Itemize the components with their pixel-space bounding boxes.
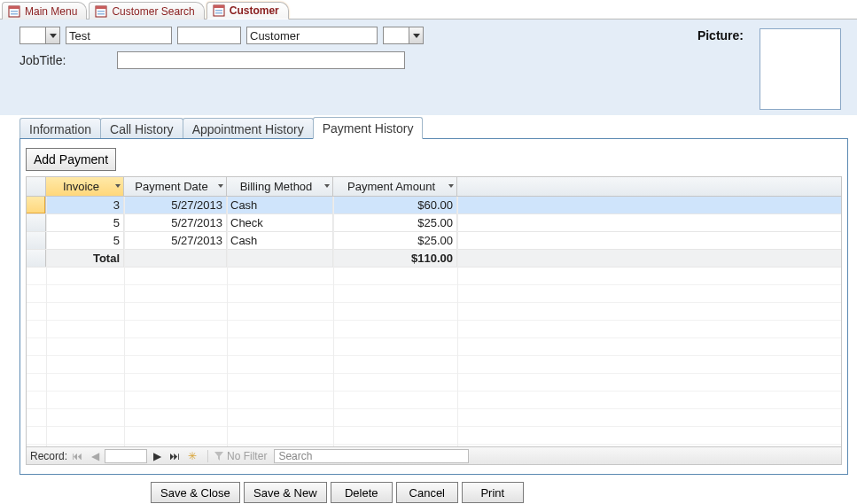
svg-rect-3 (11, 13, 18, 15)
funnel-icon (214, 451, 224, 461)
row-selector[interactable] (27, 232, 46, 249)
empty-row (27, 338, 841, 356)
nav-next-button[interactable]: ▶ (149, 449, 165, 463)
title-combo[interactable] (19, 27, 60, 44)
record-label: Record: (30, 450, 67, 462)
col-billing-method[interactable]: Billing Method (227, 177, 333, 196)
dropdown-icon[interactable] (409, 27, 423, 43)
job-title-input[interactable] (117, 51, 405, 69)
doc-tab-main-menu[interactable]: Main Menu (2, 2, 87, 19)
chevron-down-icon (218, 184, 223, 188)
nav-first-button[interactable]: ⏮ (69, 449, 85, 463)
job-title-label: JobTitle: (19, 53, 66, 67)
tab-appointment-history[interactable]: Appointment History (183, 118, 314, 139)
cell[interactable]: 5/27/2013 (124, 197, 227, 213)
payment-history-panel: Add Payment Invoice Payment Date Billing… (19, 138, 848, 475)
nav-last-button[interactable]: ⏭ (167, 449, 183, 463)
cell[interactable]: Cash (227, 197, 333, 213)
empty-row (27, 268, 841, 285)
middle-input[interactable] (177, 27, 241, 44)
cell[interactable]: $110.00 (333, 250, 457, 267)
empty-row (27, 392, 841, 409)
save-new-button[interactable]: Save & New (244, 482, 327, 503)
cell[interactable]: 5 (46, 214, 124, 231)
nav-search-input[interactable]: Search (274, 449, 469, 463)
suffix-combo[interactable] (383, 27, 424, 44)
cell[interactable] (124, 250, 227, 267)
first-name-value: Test (69, 29, 90, 43)
picture-placeholder[interactable] (760, 28, 841, 110)
tab-payment-history[interactable]: Payment History (313, 117, 424, 139)
svg-rect-9 (214, 5, 224, 8)
tab-information[interactable]: Information (19, 118, 101, 139)
picture-label: Picture: (697, 28, 744, 43)
row-selector[interactable] (27, 197, 46, 213)
cell[interactable]: Total (46, 250, 124, 267)
empty-row (27, 409, 841, 427)
save-close-button[interactable]: Save & Close (151, 482, 240, 503)
detail-tabs: Information Call History Appointment His… (19, 115, 848, 138)
first-name-input[interactable]: Test (66, 27, 172, 44)
detail-tabs-section: Information Call History Appointment His… (19, 115, 848, 475)
empty-row (27, 356, 841, 374)
doc-tab-label: Main Menu (25, 5, 77, 18)
record-navigator: Record: ⏮ ◀ ▶ ⏭ ✳ No Filter Search (27, 446, 841, 464)
document-tabs: Main Menu Customer Search Customer (0, 0, 857, 19)
empty-row (27, 321, 841, 338)
empty-row (27, 374, 841, 392)
form-icon (8, 5, 20, 18)
col-invoice[interactable]: Invoice (46, 177, 124, 196)
grid-body: 35/27/2013Cash$60.0055/27/2013Check$25.0… (27, 197, 841, 464)
form-icon (213, 4, 225, 17)
row-selector[interactable] (27, 214, 46, 231)
cancel-button[interactable]: Cancel (396, 482, 458, 503)
payment-grid: Invoice Payment Date Billing Method Paym… (26, 176, 842, 465)
picture-block: Picture: (697, 28, 841, 110)
doc-tab-label: Customer (230, 4, 279, 17)
svg-rect-1 (9, 6, 19, 9)
nav-prev-button[interactable]: ◀ (87, 449, 103, 463)
doc-tab-customer-search[interactable]: Customer Search (89, 2, 204, 19)
filter-indicator[interactable]: No Filter (207, 450, 267, 462)
cell[interactable] (227, 250, 333, 267)
svg-rect-2 (11, 11, 18, 12)
cell[interactable]: 5/27/2013 (124, 232, 227, 249)
nav-new-button[interactable]: ✳ (184, 449, 200, 463)
empty-row (27, 303, 841, 321)
empty-row (27, 285, 841, 303)
col-payment-date[interactable]: Payment Date (124, 177, 227, 196)
last-name-input[interactable]: Customer (246, 27, 378, 44)
cell[interactable]: 3 (46, 197, 124, 213)
cell[interactable]: $60.00 (333, 197, 457, 213)
select-all-handle[interactable] (27, 177, 46, 196)
total-row: Total$110.00 (27, 250, 841, 268)
add-payment-button[interactable]: Add Payment (26, 148, 116, 171)
cell[interactable]: Cash (227, 232, 333, 249)
form-action-buttons: Save & Close Save & New Delete Cancel Pr… (151, 482, 857, 503)
cell[interactable]: $25.00 (333, 232, 457, 249)
cell[interactable]: 5 (46, 232, 124, 249)
print-button[interactable]: Print (462, 482, 524, 503)
table-row[interactable]: 55/27/2013Cash$25.00 (27, 232, 841, 250)
delete-button[interactable]: Delete (331, 482, 393, 503)
form-icon (95, 5, 107, 18)
cell[interactable]: Check (227, 214, 333, 231)
dropdown-icon[interactable] (45, 27, 59, 43)
row-selector (27, 250, 46, 267)
grid-header-row: Invoice Payment Date Billing Method Paym… (27, 177, 841, 197)
empty-row (27, 427, 841, 445)
table-row[interactable]: 35/27/2013Cash$60.00 (27, 197, 841, 214)
table-row[interactable]: 55/27/2013Check$25.00 (27, 214, 841, 232)
last-name-value: Customer (250, 29, 300, 43)
tab-call-history[interactable]: Call History (100, 118, 183, 139)
col-payment-amount[interactable]: Payment Amount (333, 177, 457, 196)
doc-tab-label: Customer Search (112, 5, 194, 18)
svg-rect-6 (97, 11, 105, 12)
svg-rect-7 (97, 13, 105, 15)
cell[interactable]: $25.00 (333, 214, 457, 231)
cell[interactable]: 5/27/2013 (124, 214, 227, 231)
chevron-down-icon (115, 184, 121, 188)
doc-tab-customer[interactable]: Customer (206, 2, 289, 19)
chevron-down-icon (324, 184, 330, 188)
record-number-input[interactable] (105, 449, 147, 463)
